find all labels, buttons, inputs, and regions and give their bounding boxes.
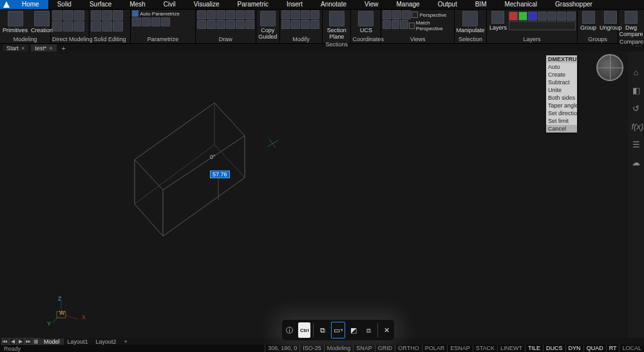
tool-icon[interactable]: [236, 20, 245, 29]
tool-icon[interactable]: [151, 17, 160, 26]
layout-tab-model[interactable]: Model: [40, 338, 64, 345]
tab-output[interactable]: Output: [429, 0, 466, 9]
cloud-icon[interactable]: ☁: [632, 158, 641, 167]
toggle-esnap[interactable]: ESNAP: [447, 345, 473, 352]
layers-icon[interactable]: ◧: [632, 86, 641, 95]
tool-icon[interactable]: [310, 20, 319, 29]
tab-visualize[interactable]: Visualize: [185, 0, 229, 9]
panel-label[interactable]: Draw: [197, 35, 254, 43]
tool-icon[interactable]: [291, 10, 300, 19]
panel-label[interactable]: Layers: [488, 35, 576, 43]
app-logo[interactable]: [0, 0, 13, 9]
manipulate-button[interactable]: Manipulate: [456, 10, 485, 34]
perspective-checkbox[interactable]: Perspective: [412, 10, 446, 19]
layer-dropdown[interactable]: [509, 21, 576, 30]
copy-guided-button[interactable]: Copy Guided: [258, 10, 278, 41]
tab-surface[interactable]: Surface: [80, 0, 120, 9]
panel-label[interactable]: Parametrize: [132, 35, 194, 43]
dimension-input[interactable]: 57.76: [210, 171, 230, 178]
ctx-item-auto[interactable]: Auto: [546, 63, 577, 71]
tab-insert[interactable]: Insert: [278, 0, 312, 9]
tool-icon[interactable]: [245, 10, 254, 19]
panel-label[interactable]: Modeling: [1, 35, 49, 43]
toggle-grid[interactable]: GRID: [375, 345, 395, 352]
tool-icon[interactable]: [74, 10, 84, 21]
panel-label[interactable]: Modify: [281, 35, 321, 43]
tool-icon[interactable]: [281, 10, 290, 19]
ctrl-key-badge[interactable]: Ctrl: [298, 322, 310, 338]
tool-icon[interactable]: [301, 10, 310, 19]
tool-icon[interactable]: [91, 21, 101, 32]
layout-tab-2[interactable]: Layout2: [92, 338, 120, 345]
nav-next-icon[interactable]: ▶: [17, 338, 24, 345]
layout-add-button[interactable]: +: [120, 338, 131, 345]
info-icon[interactable]: ⓘ: [283, 322, 296, 338]
panel-label[interactable]: Sections: [324, 41, 349, 48]
tool-icon[interactable]: [392, 20, 399, 29]
match-perspective-checkbox[interactable]: Match Perspective: [409, 20, 453, 32]
tool-icon[interactable]: [63, 21, 73, 32]
layer-swatch[interactable]: [567, 12, 576, 21]
group-button[interactable]: Group: [579, 10, 598, 32]
status-standard[interactable]: ISO-25: [299, 345, 324, 352]
ctx-item-create[interactable]: Create: [546, 71, 577, 79]
tool-icon[interactable]: [400, 20, 408, 29]
tool-icon[interactable]: [102, 21, 112, 32]
toggle-quad[interactable]: QUAD: [583, 345, 606, 352]
status-space[interactable]: Modeling: [324, 345, 354, 352]
tool-icon[interactable]: [402, 10, 411, 19]
tool-icon[interactable]: [207, 10, 216, 19]
tool-icon[interactable]: [113, 10, 123, 21]
ctx-item-both-sides[interactable]: Both sides: [546, 94, 577, 102]
nav-list-icon[interactable]: ▦: [32, 338, 40, 345]
panel-label[interactable]: Direct Modeling: [52, 35, 88, 43]
section-plane-button[interactable]: Section Plane: [324, 10, 349, 41]
primitives-button[interactable]: Primitives: [1, 10, 29, 34]
toggle-snap[interactable]: SNAP: [353, 345, 375, 352]
layer-swatch[interactable]: [518, 12, 527, 21]
layer-swatch[interactable]: [557, 12, 566, 21]
auto-parametrize-button[interactable]: Auto Parametrize: [132, 10, 180, 17]
panel-label[interactable]: Selection: [456, 35, 485, 43]
tab-home[interactable]: Home: [13, 0, 48, 9]
toggle-dyn[interactable]: DYN: [565, 345, 583, 352]
panel-label[interactable]: Views: [383, 35, 452, 43]
tab-solid[interactable]: Solid: [48, 0, 80, 9]
toggle-ortho[interactable]: ORTHO: [395, 345, 421, 352]
ribbon-overflow-icon[interactable]: ⋯: [635, 42, 641, 50]
ctx-item-set-direction[interactable]: Set direction: [546, 109, 577, 117]
tool-icon[interactable]: [142, 17, 151, 26]
toggle-ducs[interactable]: DUCS: [543, 345, 565, 352]
tool-icon[interactable]: [392, 10, 401, 19]
toggle-linewt[interactable]: LINEWT: [497, 345, 525, 352]
tab-mechanical[interactable]: Mechanical: [495, 0, 546, 9]
toggle-local[interactable]: LOCAL: [619, 345, 644, 352]
tool-icon[interactable]: [281, 20, 290, 29]
tool-icon[interactable]: [113, 21, 123, 32]
nav-prev-icon[interactable]: ◀: [9, 338, 17, 345]
tool-icon[interactable]: [245, 20, 254, 29]
close-icon[interactable]: ×: [49, 45, 52, 51]
toggle-stack[interactable]: STACK: [473, 345, 497, 352]
tool-icon[interactable]: [226, 10, 235, 19]
layer-swatch[interactable]: [528, 12, 537, 21]
tool-icon[interactable]: [207, 20, 216, 29]
tab-civil[interactable]: Civil: [155, 0, 185, 9]
fx-icon[interactable]: f(x): [632, 122, 641, 131]
close-icon[interactable]: ✕: [381, 322, 393, 338]
toggle-rt[interactable]: RT: [606, 345, 620, 352]
tab-bim[interactable]: BIM: [466, 0, 496, 9]
tab-grasshopper[interactable]: Grasshopper: [546, 0, 601, 9]
tool-icon[interactable]: [161, 17, 170, 26]
tool-icon[interactable]: [74, 21, 84, 32]
layer-swatch[interactable]: [547, 12, 556, 21]
tool-icon[interactable]: [291, 20, 300, 29]
tool-icon[interactable]: [52, 21, 62, 32]
toggle-polar[interactable]: POLAR: [422, 345, 448, 352]
tool-icon[interactable]: [310, 10, 319, 19]
layer-swatch[interactable]: [509, 12, 518, 21]
layers-button[interactable]: Layers: [488, 10, 508, 32]
ctx-item-subtract[interactable]: Subtract: [546, 79, 577, 86]
tool-icon[interactable]: [216, 10, 225, 19]
tool-icon[interactable]: [132, 17, 141, 26]
